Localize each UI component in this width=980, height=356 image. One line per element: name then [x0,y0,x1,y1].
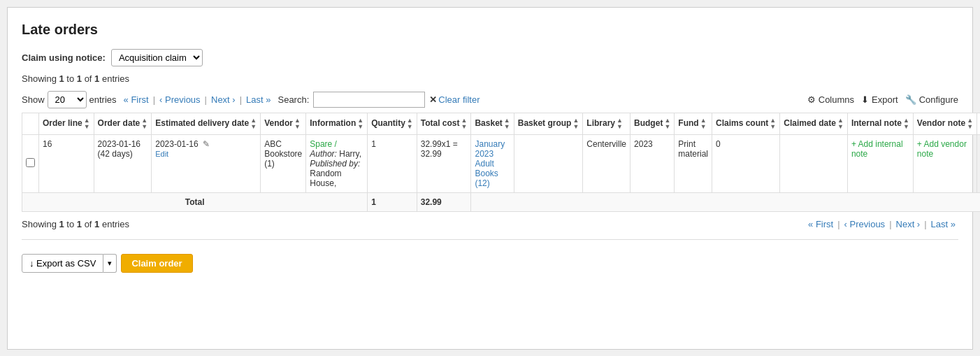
show-entries-select[interactable]: 10 20 50 100 [48,91,87,108]
previous-page-top[interactable]: ‹ Previous [157,94,203,105]
total-quantity: 1 [368,193,417,212]
claim-notice-label: Claim using notice: [22,52,106,63]
showing-info-top: Showing 1 to 1 of 1 entries [22,73,958,84]
row-quantity: 1 [368,135,417,193]
last-page-bottom[interactable]: Last » [928,219,958,229]
th-vendor-note[interactable]: Vendor note▲▼ [913,113,977,135]
row-vendor-note: + Add vendor note [913,135,977,193]
row-fund: Print material [675,135,712,193]
th-claimed-date[interactable]: Claimed date▲▼ [780,113,848,135]
page-title: Late orders [22,22,958,38]
row-estimated-delivery-date: 2023-01-16 ✎ Edit [152,135,261,193]
next-page-bottom[interactable]: Next › [893,219,923,229]
row-order-line: 16 [39,135,94,193]
th-budget[interactable]: Budget▲▼ [630,113,675,135]
row-library: Centerville [583,135,630,193]
export-button[interactable]: ⬇ Export [861,94,898,105]
row-checkbox[interactable] [26,158,35,167]
last-page-top[interactable]: Last » [243,94,273,105]
clear-filter-x-icon: ✕ [429,94,437,105]
th-claims-count[interactable]: Claims count▲▼ [712,113,779,135]
add-internal-note-link[interactable]: + Add internal note [851,139,903,159]
entries-label: entries [89,94,117,105]
row-checkbox-cell[interactable] [22,135,39,193]
export-download-icon: ⬇ [861,94,869,105]
add-vendor-note-link[interactable]: + Add vendor note [917,139,967,159]
next-page-top[interactable]: Next › [208,94,238,105]
th-internal-note[interactable]: Internal note▲▼ [847,113,913,135]
pencil-icon: ✎ [203,139,210,149]
row-order-date: 2023-01-16 (42 days) [94,135,152,193]
columns-gear-icon: ⚙ [807,94,816,105]
total-row: Total 1 32.99 [22,193,981,212]
info-published-label: Published by: [310,159,360,169]
th-vendor[interactable]: Vendor▲▼ [261,113,306,135]
search-input[interactable] [313,92,425,108]
configure-wrench-icon: 🔧 [905,94,916,105]
claim-notice-select[interactable]: Acquisition claim [111,49,203,66]
row-information: Spare / Author: Harry, Published by: Ran… [306,135,368,193]
total-label: Total [22,193,368,212]
previous-page-bottom[interactable]: ‹ Previous [842,219,888,229]
export-csv-button[interactable]: ↓ Export as CSV [22,254,103,273]
info-author-label: Author: [310,149,337,159]
th-order-line[interactable]: Order line▲▼ [39,113,94,135]
row-total-cost: 32.99x1 = 32.99 [417,135,471,193]
total-cost: 32.99 [417,193,471,212]
clear-filter-link[interactable]: ✕Clear filter [429,94,480,105]
th-total-cost[interactable]: Total cost▲▼ [417,113,471,135]
th-estimated-delivery-date[interactable]: Estimated delivery date▲▼ [152,113,261,135]
th-basket-group[interactable]: Basket group▲▼ [514,113,583,135]
th-basket[interactable]: Basket▲▼ [471,113,514,135]
late-orders-table: Order line▲▼ Order date▲▼ Estimated deli… [22,113,980,212]
th-library[interactable]: Library▲▼ [583,113,630,135]
th-fund[interactable]: Fund▲▼ [675,113,712,135]
row-basket: January 2023 Adult Books (12) [471,135,514,193]
table-row: 16 2023-01-16 (42 days) 2023-01-16 ✎ Edi… [22,135,981,193]
th-order-date[interactable]: Order date▲▼ [94,113,152,135]
th-information[interactable]: Information▲▼ [306,113,368,135]
row-claims-count: 0 [712,135,779,193]
columns-button[interactable]: ⚙ Columns [807,94,854,105]
th-checkbox [22,113,39,135]
th-quantity[interactable]: Quantity▲▼ [368,113,417,135]
first-page-bottom[interactable]: « First [805,219,836,229]
export-csv-dropdown-button[interactable]: ▾ [103,254,117,273]
edit-delivery-date-link[interactable]: Edit [155,150,168,158]
info-title-link[interactable]: Spare / [310,139,337,149]
show-label: Show [22,94,45,105]
claim-order-button[interactable]: Claim order [121,254,192,273]
basket-link[interactable]: January 2023 Adult Books (12) [475,139,505,188]
first-page-top[interactable]: « First [121,94,152,105]
search-label: Search: [278,94,309,105]
showing-info-bottom: Showing 1 to 1 of 1 entries [22,219,129,229]
row-basket-group [514,135,583,193]
table-header-row: Order line▲▼ Order date▲▼ Estimated deli… [22,113,981,135]
row-claimed-date [780,135,848,193]
configure-button[interactable]: 🔧 Configure [905,94,958,105]
section-divider [22,239,958,240]
row-internal-note: + Add internal note [847,135,913,193]
row-budget: 2023 [630,135,675,193]
row-isbn: 9780593593806 | 0593593804 [977,135,980,193]
th-isbn[interactable]: ISBN▲▼ [977,113,980,135]
row-vendor: ABC Bookstore (1) [261,135,306,193]
